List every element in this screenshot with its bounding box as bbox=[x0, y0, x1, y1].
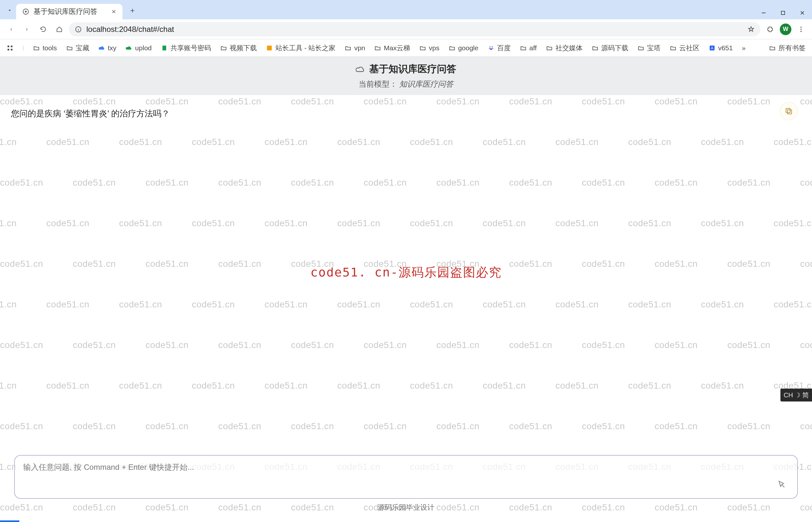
close-icon bbox=[111, 9, 117, 15]
folder-icon bbox=[592, 44, 599, 52]
svg-point-16 bbox=[492, 48, 493, 49]
square-blue-icon: A bbox=[709, 44, 716, 52]
chevron-double-right-icon: » bbox=[742, 44, 746, 52]
bookmark-item[interactable]: 百度 bbox=[488, 43, 511, 53]
bookmark-label: uplod bbox=[135, 44, 151, 52]
assistant-message: 您问的是疾病 ‘萎缩性胃炎’ 的治疗方法吗？ bbox=[11, 108, 564, 119]
input-dock bbox=[14, 455, 798, 499]
menu-button[interactable] bbox=[795, 23, 808, 36]
folder-icon bbox=[637, 44, 645, 52]
tab-close-button[interactable] bbox=[111, 9, 117, 15]
bookmark-label: vps bbox=[429, 44, 440, 52]
new-tab-button[interactable] bbox=[126, 4, 139, 17]
svg-rect-12 bbox=[267, 45, 272, 50]
bookmark-label: 宝塔 bbox=[647, 43, 661, 53]
chat-input[interactable] bbox=[23, 462, 775, 492]
apps-grid-button[interactable] bbox=[6, 44, 14, 52]
model-prefix: 当前模型： bbox=[359, 80, 397, 88]
bookmark-item[interactable]: 云社区 bbox=[670, 43, 699, 53]
back-button[interactable] bbox=[4, 23, 17, 36]
folder-icon bbox=[449, 44, 455, 52]
svg-rect-21 bbox=[786, 108, 790, 113]
folder-icon bbox=[374, 44, 381, 52]
close-window-button[interactable] bbox=[793, 6, 812, 19]
maximize-button[interactable] bbox=[773, 6, 793, 19]
bookmarks-overflow-button[interactable]: » bbox=[742, 44, 746, 52]
bookmark-item[interactable]: vps bbox=[419, 44, 440, 52]
folder-icon bbox=[220, 44, 227, 52]
svg-text:A: A bbox=[711, 46, 713, 50]
paw-icon bbox=[488, 44, 494, 52]
bookmark-item[interactable]: Av651 bbox=[709, 44, 733, 52]
bookmark-item[interactable]: 视频下载 bbox=[220, 43, 257, 53]
tab-favicon-icon bbox=[22, 8, 29, 16]
reload-button[interactable] bbox=[37, 23, 49, 36]
bookmark-label: vpn bbox=[354, 44, 365, 52]
model-name: 知识库医疗问答 bbox=[399, 80, 453, 88]
home-button[interactable] bbox=[53, 23, 66, 36]
folder-icon bbox=[33, 44, 40, 52]
bookmark-item[interactable]: aff bbox=[520, 44, 537, 52]
svg-point-13 bbox=[489, 46, 490, 47]
bookmark-label: 视频下载 bbox=[230, 43, 257, 53]
folder-icon bbox=[769, 44, 776, 52]
bookmark-label: aff bbox=[529, 44, 537, 52]
bookmark-item[interactable]: Max云梯 bbox=[374, 43, 410, 53]
browser-tab[interactable]: 基于知识库医疗问答 bbox=[16, 4, 122, 19]
loading-indicator bbox=[0, 520, 19, 522]
footer-note: 源码乐园毕业设计 bbox=[0, 503, 812, 512]
svg-rect-2 bbox=[781, 11, 785, 15]
bookmark-item[interactable]: uplod bbox=[125, 44, 151, 52]
bookmark-label: Max云梯 bbox=[384, 43, 410, 53]
forward-button[interactable] bbox=[21, 23, 34, 36]
svg-rect-8 bbox=[11, 45, 13, 47]
folder-icon bbox=[670, 44, 677, 52]
folder-icon bbox=[520, 44, 527, 52]
svg-point-4 bbox=[800, 26, 802, 28]
bookmark-label: txy bbox=[108, 44, 117, 52]
all-bookmarks-button[interactable]: 所有书签 bbox=[769, 43, 806, 53]
bookmark-item[interactable]: 源码下载 bbox=[592, 43, 628, 53]
bookmark-item[interactable]: 共享账号密码 bbox=[161, 43, 211, 53]
bookmark-item[interactable]: google bbox=[449, 44, 479, 52]
tab-title: 基于知识库医疗问答 bbox=[34, 7, 107, 16]
bookmark-label: 云社区 bbox=[679, 43, 699, 53]
kebab-icon bbox=[797, 26, 805, 33]
bookmarks-bar: | tools宝藏txyuplod共享账号密码视频下载站长工具 - 站长之家vp… bbox=[0, 39, 812, 57]
bookmark-item[interactable]: vpn bbox=[344, 44, 365, 52]
page-header: 基于知识库医疗问答 当前模型： 知识库医疗问答 bbox=[0, 57, 812, 95]
minimize-button[interactable] bbox=[754, 6, 773, 19]
minimize-icon bbox=[760, 10, 767, 16]
folder-icon bbox=[66, 44, 73, 52]
copy-icon bbox=[785, 107, 793, 115]
chat-input-box[interactable] bbox=[14, 455, 798, 499]
send-button[interactable] bbox=[775, 478, 789, 492]
reload-icon bbox=[40, 26, 47, 33]
extensions-button[interactable] bbox=[764, 23, 776, 36]
chevron-down-icon bbox=[7, 7, 13, 13]
arrow-left-icon bbox=[7, 26, 15, 33]
bookmarks-separator: | bbox=[23, 45, 24, 51]
bookmark-star-button[interactable] bbox=[748, 26, 755, 33]
site-info-icon[interactable] bbox=[75, 26, 82, 33]
navigation-toolbar: localhost:2048/chat#/chat W bbox=[0, 19, 812, 39]
bookmark-item[interactable]: 宝藏 bbox=[66, 43, 89, 53]
bookmark-label: v651 bbox=[718, 44, 733, 52]
bookmark-label: 共享账号密码 bbox=[170, 43, 211, 53]
svg-rect-9 bbox=[8, 49, 9, 50]
bookmark-item[interactable]: 站长工具 - 站长之家 bbox=[266, 43, 336, 53]
bookmark-item[interactable]: 社交媒体 bbox=[546, 43, 583, 53]
profile-avatar[interactable]: W bbox=[780, 23, 791, 35]
plus-icon bbox=[129, 7, 136, 14]
close-icon bbox=[799, 10, 806, 16]
url-bar[interactable]: localhost:2048/chat#/chat bbox=[69, 22, 760, 36]
bookmark-item[interactable]: 宝塔 bbox=[637, 43, 661, 53]
tabs-dropdown-button[interactable] bbox=[3, 4, 16, 17]
folder-icon bbox=[344, 44, 351, 52]
all-bookmarks-label: 所有书签 bbox=[778, 43, 806, 53]
copy-button[interactable] bbox=[780, 102, 798, 120]
bookmark-item[interactable]: tools bbox=[33, 44, 57, 52]
ime-indicator[interactable]: CH ☽ 简 bbox=[780, 388, 812, 401]
bookmark-item[interactable]: txy bbox=[98, 44, 117, 52]
bookmark-label: 源码下载 bbox=[601, 43, 628, 53]
